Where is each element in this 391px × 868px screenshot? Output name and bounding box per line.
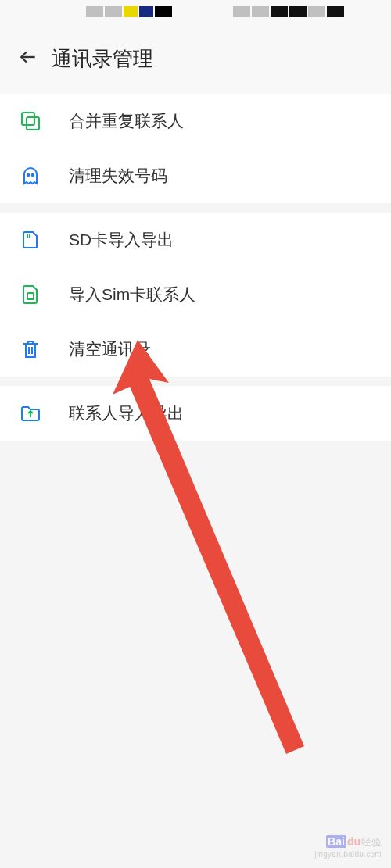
watermark-du: du [347, 835, 361, 848]
item-label: 联系人导入导出 [69, 402, 184, 424]
item-clear-contacts[interactable]: 清空通讯录 [0, 322, 391, 377]
item-label: SD卡导入导出 [69, 229, 174, 251]
watermark-bai: Bai [326, 835, 346, 848]
watermark-exp: 经验 [361, 835, 382, 849]
header: 通讯录管理 [0, 23, 391, 94]
section-3: 联系人导入导出 [0, 386, 391, 441]
sdcard-icon [19, 228, 42, 252]
simcard-icon [19, 283, 42, 306]
svg-rect-0 [22, 113, 34, 125]
item-label: 清理失效号码 [69, 165, 167, 187]
item-sim-import[interactable]: 导入Sim卡联系人 [0, 267, 391, 322]
item-sd-import-export[interactable]: SD卡导入导出 [0, 213, 391, 267]
svg-point-2 [27, 174, 30, 177]
status-right [233, 6, 344, 17]
status-left [86, 6, 172, 17]
page-title: 通讯录管理 [52, 45, 153, 73]
svg-rect-6 [27, 293, 34, 299]
item-label: 合并重复联系人 [69, 110, 184, 132]
back-button[interactable] [16, 46, 41, 71]
section-2: SD卡导入导出 导入Sim卡联系人 清空通讯录 [0, 213, 391, 377]
ghost-icon [19, 164, 42, 188]
section-1: 合并重复联系人 清理失效号码 [0, 94, 391, 203]
back-icon [18, 47, 38, 70]
watermark-url: jingyan.baidu.com [314, 850, 382, 859]
item-label: 导入Sim卡联系人 [69, 284, 196, 305]
trash-icon [19, 338, 42, 361]
item-cleanup-invalid[interactable]: 清理失效号码 [0, 148, 391, 203]
svg-point-3 [32, 174, 34, 177]
status-bar [0, 0, 391, 23]
item-label: 清空通讯录 [69, 338, 151, 360]
item-merge-duplicates[interactable]: 合并重复联系人 [0, 94, 391, 148]
merge-icon [19, 109, 42, 133]
item-contacts-import-export[interactable]: 联系人导入导出 [0, 386, 391, 441]
folder-upload-icon [19, 402, 42, 425]
svg-rect-1 [27, 117, 39, 130]
watermark: Bai du 经验 jingyan.baidu.com [314, 835, 382, 859]
